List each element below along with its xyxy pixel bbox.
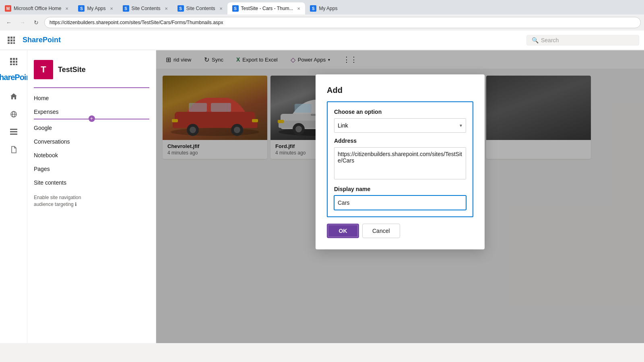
svg-rect-50 bbox=[8, 42, 10, 44]
search-placeholder: Search bbox=[541, 37, 559, 43]
search-icon: 🔍 bbox=[532, 37, 539, 43]
tab-label-sitecontents2: Site Contents bbox=[186, 6, 215, 11]
svg-rect-12 bbox=[10, 129, 17, 130]
nav-item-pages[interactable]: Pages ••• bbox=[27, 162, 156, 176]
tab-site-contents-2[interactable]: S Site Contents ✕ bbox=[173, 2, 227, 14]
sharepoint-header: SharePoint 🔍 Search bbox=[0, 31, 644, 50]
option-select[interactable]: Link Document Folder bbox=[334, 118, 466, 133]
reload-button[interactable]: ↻ bbox=[31, 17, 42, 28]
nav-divider bbox=[34, 87, 149, 88]
tab-favicon-myapps1: S bbox=[78, 5, 85, 12]
svg-rect-49 bbox=[13, 39, 15, 41]
tab-bar: M Microsoft Office Home ✕ S My Apps ✕ S … bbox=[0, 0, 644, 14]
svg-rect-7 bbox=[13, 64, 15, 65]
nav-item-google[interactable]: Google ••• bbox=[27, 121, 156, 135]
svg-rect-46 bbox=[13, 37, 15, 39]
display-name-label: Display name bbox=[334, 186, 466, 192]
sidebar-waffle-icon[interactable] bbox=[6, 53, 22, 70]
home-icon[interactable] bbox=[6, 88, 22, 105]
tab-favicon-sitecontents2: S bbox=[178, 5, 184, 12]
svg-rect-4 bbox=[13, 61, 15, 63]
address-label: Address bbox=[334, 138, 466, 144]
modal-buttons: OK Cancel bbox=[327, 224, 473, 238]
tab-favicon-myapps2: S bbox=[310, 5, 316, 12]
back-button[interactable]: ← bbox=[3, 17, 14, 28]
tab-favicon-sitecontents1: S bbox=[123, 5, 129, 12]
choose-option-row: Choose an option Link Document Folder ▾ bbox=[334, 109, 466, 133]
modal-overlay: Add Choose an option Link Document Folde… bbox=[156, 50, 644, 343]
tab-close-sitecontents1[interactable]: ✕ bbox=[165, 6, 168, 11]
choose-option-label: Choose an option bbox=[334, 109, 466, 115]
svg-rect-47 bbox=[8, 39, 10, 41]
address-bar-row: ← → ↻ bbox=[0, 14, 644, 31]
svg-rect-8 bbox=[16, 64, 17, 65]
select-wrapper: Link Document Folder ▾ bbox=[334, 118, 466, 133]
main-content: ⊞ rid view ↻ Sync X Export to Excel ◇ Po… bbox=[156, 50, 644, 343]
globe-icon[interactable] bbox=[6, 106, 22, 122]
tab-label-myapps2: My Apps bbox=[319, 6, 337, 11]
sidebar: SharePoint bbox=[0, 50, 27, 343]
tab-site-contents-1[interactable]: S Site Contents ✕ bbox=[118, 2, 173, 14]
nav-item-conversations[interactable]: Conversations ••• bbox=[27, 135, 156, 148]
svg-rect-6 bbox=[10, 64, 12, 65]
tab-favicon-testsitecars: S bbox=[232, 5, 239, 12]
svg-rect-52 bbox=[13, 42, 15, 44]
nav-item-site-contents[interactable]: Site contents ••• bbox=[27, 176, 156, 189]
tab-close-sitecontents2[interactable]: ✕ bbox=[219, 6, 223, 11]
display-name-row: Display name bbox=[334, 186, 466, 210]
svg-rect-14 bbox=[10, 134, 17, 135]
sharepoint-name[interactable]: SharePoint bbox=[23, 36, 61, 44]
svg-rect-3 bbox=[10, 61, 12, 63]
app-layout: SharePoint T TestSite Home ••• bbox=[0, 50, 644, 343]
site-avatar: T bbox=[34, 60, 53, 79]
site-name: TestSite bbox=[58, 66, 86, 74]
left-nav: T TestSite Home ••• Expenses ••• + Googl… bbox=[27, 50, 156, 343]
svg-rect-0 bbox=[10, 58, 12, 60]
nav-item-home[interactable]: Home ••• bbox=[27, 91, 156, 105]
forward-button[interactable]: → bbox=[17, 17, 28, 28]
address-row: Address https://citizenbuilders.sharepoi… bbox=[334, 138, 466, 181]
site-header: T TestSite bbox=[27, 57, 156, 86]
tab-label-myapps1: My Apps bbox=[87, 6, 105, 11]
display-name-input[interactable] bbox=[334, 195, 466, 210]
browser-chrome: M Microsoft Office Home ✕ S My Apps ✕ S … bbox=[0, 0, 644, 31]
svg-rect-45 bbox=[10, 37, 12, 39]
svg-rect-51 bbox=[10, 42, 12, 44]
nav-footer-text: Enable site navigation audience targetin… bbox=[34, 194, 149, 208]
svg-rect-5 bbox=[16, 61, 17, 63]
svg-rect-2 bbox=[16, 58, 17, 60]
svg-rect-13 bbox=[10, 131, 17, 132]
address-textarea[interactable]: https://citizenbuilders.sharepoint.com/s… bbox=[334, 147, 466, 179]
tab-label-testsitecars: TestSite - Cars - Thum... bbox=[241, 6, 293, 11]
tab-close-testsitecars[interactable]: ✕ bbox=[297, 6, 300, 11]
tab-testsite-cars[interactable]: S TestSite - Cars - Thum... ✕ bbox=[227, 2, 305, 14]
info-icon[interactable]: ℹ bbox=[75, 202, 77, 207]
tab-office-home[interactable]: M Microsoft Office Home ✕ bbox=[0, 2, 73, 14]
tab-favicon-office: M bbox=[5, 5, 11, 12]
nav-item-notebook[interactable]: Notebook ••• bbox=[27, 148, 156, 162]
add-dialog: Add Choose an option Link Document Folde… bbox=[316, 74, 485, 249]
waffle-menu-button[interactable] bbox=[5, 34, 18, 47]
tab-label-sitecontents1: Site Contents bbox=[132, 6, 161, 11]
tab-close-myapps1[interactable]: ✕ bbox=[110, 6, 113, 11]
tab-label-office: Microsoft Office Home bbox=[14, 6, 61, 11]
tab-myapps-1[interactable]: S My Apps ✕ bbox=[73, 2, 118, 14]
list-icon[interactable] bbox=[6, 124, 22, 140]
add-nav-item-button[interactable]: + bbox=[89, 115, 95, 122]
tab-close-office[interactable]: ✕ bbox=[65, 6, 68, 11]
ok-button[interactable]: OK bbox=[327, 224, 359, 238]
file-icon[interactable] bbox=[6, 142, 22, 158]
address-input[interactable] bbox=[44, 17, 641, 28]
tab-myapps-2[interactable]: S My Apps bbox=[305, 2, 342, 14]
svg-rect-44 bbox=[8, 37, 10, 39]
form-section: Choose an option Link Document Folder ▾ … bbox=[327, 101, 473, 217]
svg-rect-1 bbox=[13, 58, 15, 60]
cancel-button[interactable]: Cancel bbox=[362, 224, 400, 238]
svg-rect-48 bbox=[10, 39, 12, 41]
search-box[interactable]: 🔍 Search bbox=[526, 35, 639, 45]
modal-title: Add bbox=[327, 86, 473, 95]
nav-footer: Enable site navigation audience targetin… bbox=[27, 189, 156, 213]
expenses-bar: + bbox=[34, 119, 149, 119]
